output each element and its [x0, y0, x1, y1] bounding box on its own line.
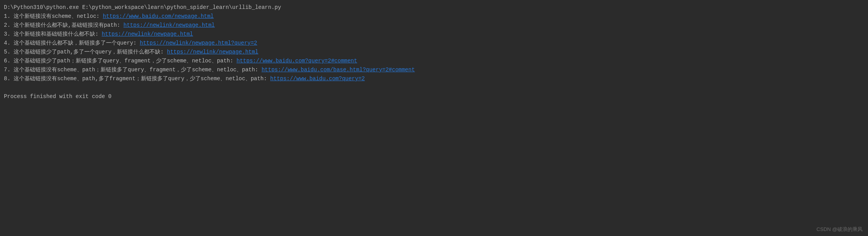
output-line-3: 3. 这个新链接和基础链接什么都不缺: https://newlink/newp… — [4, 30, 864, 39]
output-link[interactable]: https://www.baidu.com/base.html?query=2#… — [262, 67, 415, 73]
line-number: 3. — [4, 31, 10, 37]
line-text: 这个基础链接没有scheme、path,多了fragment；新链接多了quer… — [14, 76, 270, 82]
output-line-1: 1. 这个新链接没有scheme、netloc: https://www.bai… — [4, 12, 864, 21]
watermark-text: CSDN @破浪的乘风 — [816, 226, 863, 232]
command-text: D:\Python310\python.exe E:\python_worksp… — [4, 4, 281, 10]
line-text: 这个基础链接没有scheme、path；新链接多了query、fragment，… — [14, 67, 261, 73]
line-number: 1. — [4, 13, 10, 19]
output-line-2: 2. 这个新链接什么都不缺,基础链接没有path: https://newlin… — [4, 21, 864, 30]
output-link[interactable]: https://www.baidu.com/newpage.html — [103, 13, 214, 19]
line-text: 这个新链接没有scheme、netloc: — [14, 13, 103, 19]
line-text: 这个基础链接少了path,多了一个query，新链接什么都不缺: — [14, 49, 167, 55]
output-link[interactable]: https://newlink/newpage.html?query=2 — [140, 40, 257, 46]
console-output: D:\Python310\python.exe E:\python_worksp… — [4, 3, 864, 101]
line-text: 这个基础链接少了path；新链接多了query、fragment，少了schem… — [14, 58, 236, 64]
exit-message: Process finished with exit code 0 — [4, 93, 111, 100]
line-number: 6. — [4, 58, 10, 64]
output-link[interactable]: https://newlink/newpage.html — [123, 22, 215, 28]
output-line-4: 4. 这个基础链接什么都不缺，新链接多了一个query: https://new… — [4, 39, 864, 48]
output-link[interactable]: https://www.baidu.com?query=2 — [270, 76, 365, 82]
exit-message-line: Process finished with exit code 0 — [4, 92, 864, 101]
line-number: 7. — [4, 67, 10, 73]
output-line-6: 6. 这个基础链接少了path；新链接多了query、fragment，少了sc… — [4, 57, 864, 65]
output-link[interactable]: https://newlink/newpage.html — [167, 49, 258, 55]
line-text: 这个基础链接什么都不缺，新链接多了一个query: — [14, 40, 140, 46]
line-number: 4. — [4, 40, 10, 46]
line-text: 这个新链接什么都不缺,基础链接没有path: — [14, 22, 123, 28]
watermark: CSDN @破浪的乘风 — [816, 225, 863, 234]
output-link[interactable]: https://www.baidu.com?query=2#comment — [236, 58, 357, 64]
output-line-5: 5. 这个基础链接少了path,多了一个query，新链接什么都不缺: http… — [4, 48, 864, 57]
output-link[interactable]: https://newlink/newpage.html — [102, 31, 193, 37]
output-line-8: 8. 这个基础链接没有scheme、path,多了fragment；新链接多了q… — [4, 74, 864, 83]
line-number: 8. — [4, 76, 10, 82]
line-number: 2. — [4, 22, 10, 28]
line-number: 5. — [4, 49, 10, 55]
command-line: D:\Python310\python.exe E:\python_worksp… — [4, 3, 864, 12]
line-text: 这个新链接和基础链接什么都不缺: — [14, 31, 102, 37]
output-line-7: 7. 这个基础链接没有scheme、path；新链接多了query、fragme… — [4, 65, 864, 74]
